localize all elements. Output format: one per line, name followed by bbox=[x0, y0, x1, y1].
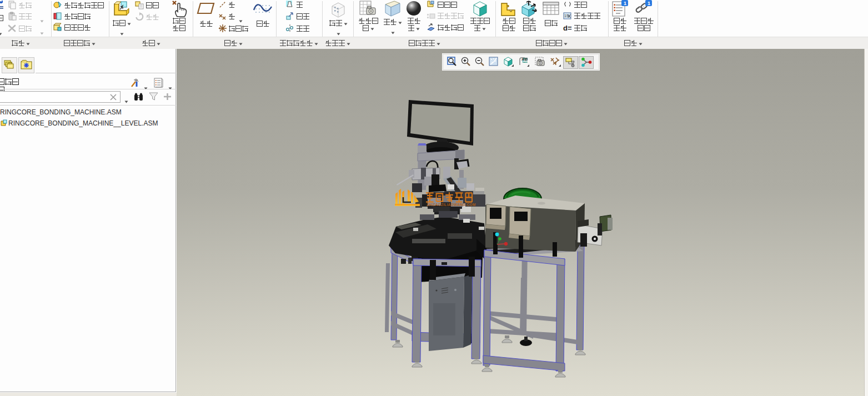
svg-text:AB: AB bbox=[521, 57, 528, 62]
